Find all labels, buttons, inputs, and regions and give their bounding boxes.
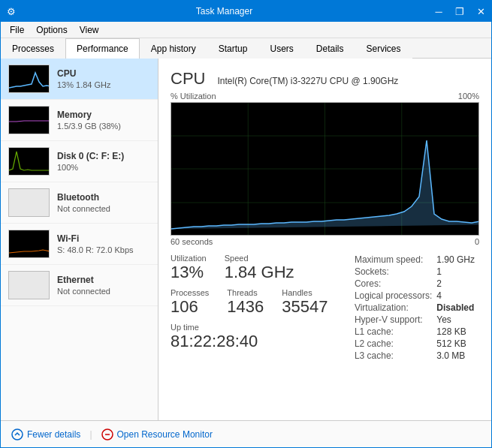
right-stat-value: Yes [436,314,479,326]
right-stat-label: Sockets: [355,266,436,278]
menu-bar: File Options View [1,22,491,38]
open-resource-monitor-label: Open Resource Monitor [117,429,213,440]
speed-value: 1.84 GHz [225,263,294,282]
task-manager-window: ⚙ Task Manager ─ ❐ ✕ File Options View P… [0,0,492,448]
right-stat-row: Maximum speed:1.90 GHz [355,254,479,266]
disk-name: Disk 0 (C: F: E:) [57,151,150,161]
sidebar-item-ethernet[interactable]: Ethernet Not connected [1,265,158,306]
sidebar-item-cpu[interactable]: CPU 13% 1.84 GHz [1,59,158,100]
svg-rect-0 [9,65,50,93]
right-stat-row: L3 cache:3.0 MB [355,350,479,362]
sidebar-item-wifi[interactable]: Wi-Fi S: 48.0 R: 72.0 Kbps [1,224,158,265]
bluetooth-info: Bluetooth Not connected [57,192,150,213]
threads-label: Threads [227,288,264,297]
cpu-info: CPU 13% 1.84 GHz [57,68,150,89]
menu-view[interactable]: View [74,25,105,35]
right-stat-label: Logical processors: [355,290,436,302]
right-stat-value: 2 [436,278,479,290]
menu-file[interactable]: File [4,25,30,35]
cpu-name: CPU [57,68,150,79]
cpu-thumbnail [8,65,50,93]
cpu-sub: 13% 1.84 GHz [57,80,150,89]
right-stat-label: Virtualization: [355,302,436,314]
time-label-left: 60 seconds [171,237,213,246]
right-stat-row: Hyper-V support:Yes [355,314,479,326]
ethernet-info: Ethernet Not connected [57,275,150,296]
bottom-bar: Fewer details | Open Resource Monitor [1,420,491,447]
time-labels: 60 seconds 0 [171,237,479,246]
tab-app-history[interactable]: App history [140,38,207,59]
tab-startup[interactable]: Startup [207,38,259,59]
right-stats: Maximum speed:1.90 GHzSockets:1Cores:2Lo… [355,254,479,362]
utilization-stat: Utilization 13% [171,254,207,282]
right-stat-label: Maximum speed: [355,254,436,266]
main-title: CPU [171,69,205,89]
right-stat-row: Sockets:1 [355,266,479,278]
tab-details[interactable]: Details [305,38,355,59]
right-stat-row: Cores:2 [355,278,479,290]
tab-processes[interactable]: Processes [1,38,65,59]
sidebar-item-bluetooth[interactable]: Bluetooth Not connected [1,182,158,224]
handles-label: Handles [282,288,327,297]
threads-value: 1436 [227,297,264,317]
window-controls: ─ ❐ ✕ [428,1,491,22]
bottom-separator: | [89,429,92,440]
disk-thumbnail [8,147,50,176]
utilization-value: 13% [171,263,207,282]
wifi-mini-chart [9,230,50,258]
content-area: CPU 13% 1.84 GHz Memory 1.5/3.9 GB (38%) [1,59,491,420]
right-stat-value: 3.0 MB [436,350,479,362]
disk-mini-chart [9,148,50,176]
main-header: CPU Intel(R) Core(TM) i3-3227U CPU @ 1.9… [171,69,479,89]
right-stat-label: Cores: [355,278,436,290]
open-resource-monitor-link[interactable]: Open Resource Monitor [101,428,213,440]
chart-labels: % Utilization 100% [171,92,479,101]
cpu-chart [171,102,479,236]
wifi-sub: S: 48.0 R: 72.0 Kbps [57,245,150,254]
main-panel: CPU Intel(R) Core(TM) i3-3227U CPU @ 1.9… [158,59,491,420]
right-stat-label: L2 cache: [355,338,436,350]
wifi-thumbnail [8,230,50,258]
restore-button[interactable]: ❐ [449,1,470,22]
main-subtitle: Intel(R) Core(TM) i3-3227U CPU @ 1.90GHz [217,76,398,86]
app-icon: ⚙ [7,6,16,17]
right-stat-value: 1.90 GHz [436,254,479,266]
uptime-label: Up time [171,323,355,332]
memory-thumbnail [8,106,50,134]
minimize-button[interactable]: ─ [428,1,449,22]
tab-performance[interactable]: Performance [65,38,140,59]
menu-options[interactable]: Options [30,25,73,35]
processes-stat: Processes 106 [171,288,209,317]
stats-left: Utilization 13% Speed 1.84 GHz Processes… [171,254,355,362]
fewer-details-icon [11,428,23,440]
right-stat-label: L3 cache: [355,350,436,362]
bluetooth-name: Bluetooth [57,192,150,203]
title-bar: ⚙ Task Manager ─ ❐ ✕ [1,1,491,22]
tab-services[interactable]: Services [355,38,412,59]
cpu-mini-chart [9,65,50,93]
right-stat-row: Virtualization:Disabled [355,302,479,314]
svg-rect-3 [9,230,50,258]
wifi-name: Wi-Fi [57,233,150,244]
handles-stat: Handles 35547 [282,288,327,317]
right-stat-value: 4 [436,290,479,302]
sidebar-item-memory[interactable]: Memory 1.5/3.9 GB (38%) [1,100,158,141]
threads-stat: Threads 1436 [227,288,264,317]
disk-info: Disk 0 (C: F: E:) 100% [57,151,150,172]
tab-users[interactable]: Users [258,38,304,59]
processes-label: Processes [171,288,209,297]
uptime-stat: Up time 81:22:28:40 [171,323,355,351]
utilization-speed-row: Utilization 13% Speed 1.84 GHz [171,254,355,282]
bluetooth-thumbnail [8,188,50,217]
right-stat-value: 128 KB [436,326,479,338]
sidebar-item-disk[interactable]: Disk 0 (C: F: E:) 100% [1,141,158,182]
utilization-label: Utilization [171,254,207,263]
time-label-right: 0 [475,237,479,246]
memory-name: Memory [57,110,150,120]
close-button[interactable]: ✕ [470,1,491,22]
memory-mini-chart [9,107,50,134]
bluetooth-sub: Not connected [57,204,150,213]
processes-threads-handles-row: Processes 106 Threads 1436 Handles 35547 [171,288,355,317]
fewer-details-link[interactable]: Fewer details [11,428,80,440]
disk-sub: 100% [57,163,150,172]
